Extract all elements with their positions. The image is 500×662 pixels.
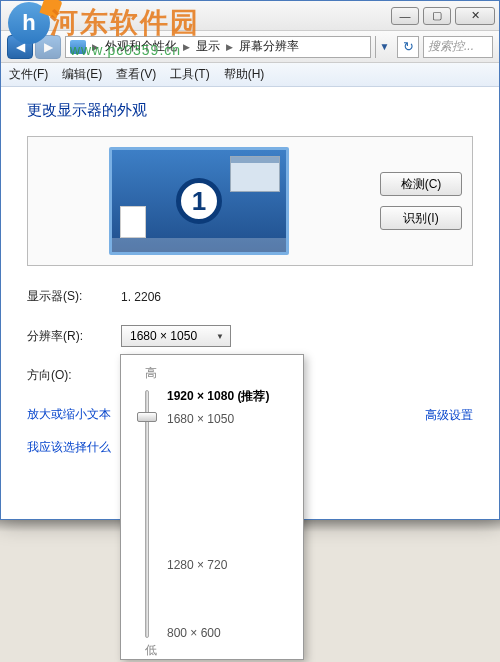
preview-paper-icon bbox=[120, 206, 146, 238]
slider-thumb[interactable] bbox=[137, 412, 157, 422]
breadcrumb-item[interactable]: 外观和个性化 bbox=[105, 38, 177, 55]
chevron-right-icon: ▶ bbox=[226, 42, 233, 52]
resolution-option-recommended[interactable]: 1920 × 1080 (推荐) bbox=[167, 388, 269, 405]
back-button[interactable]: ◀ bbox=[7, 35, 33, 59]
forward-button[interactable]: ▶ bbox=[35, 35, 61, 59]
resolution-options: 1920 × 1080 (推荐) 1680 × 1050 1280 × 720 … bbox=[167, 390, 291, 638]
monitor-preview: 1 bbox=[38, 147, 360, 255]
resolution-slider-track[interactable] bbox=[139, 390, 155, 638]
resolution-slider-popup: 高 1920 × 1080 (推荐) 1680 × 1050 1280 × 72… bbox=[120, 354, 304, 660]
resolution-option[interactable]: 800 × 600 bbox=[167, 626, 221, 640]
advanced-settings-link[interactable]: 高级设置 bbox=[425, 407, 473, 424]
minimize-button[interactable]: — bbox=[391, 7, 419, 25]
breadcrumb-item[interactable]: 显示 bbox=[196, 38, 220, 55]
resolution-option[interactable]: 1680 × 1050 bbox=[167, 412, 234, 426]
breadcrumb-dropdown[interactable]: ▼ bbox=[375, 36, 393, 58]
menu-tools[interactable]: 工具(T) bbox=[170, 66, 209, 83]
page-title: 更改显示器的外观 bbox=[27, 101, 473, 120]
menu-file[interactable]: 文件(F) bbox=[9, 66, 48, 83]
orientation-label: 方向(O): bbox=[27, 367, 121, 384]
preview-taskbar bbox=[112, 238, 286, 252]
slider-groove bbox=[145, 390, 149, 638]
search-input[interactable]: 搜索控... bbox=[423, 36, 493, 58]
monitor-action-buttons: 检测(C) 识别(I) bbox=[380, 172, 462, 230]
monitor-preview-box: 1 检测(C) 识别(I) bbox=[27, 136, 473, 266]
menu-help[interactable]: 帮助(H) bbox=[224, 66, 265, 83]
resolution-dropdown[interactable]: 1680 × 1050 bbox=[121, 325, 231, 347]
display-value: 1. 2206 bbox=[121, 290, 161, 304]
breadcrumb-item[interactable]: 屏幕分辨率 bbox=[239, 38, 299, 55]
display-row: 显示器(S): 1. 2206 bbox=[27, 288, 473, 305]
chevron-right-icon: ▶ bbox=[92, 42, 99, 52]
preview-window-icon bbox=[230, 156, 280, 192]
slider-wrap: 1920 × 1080 (推荐) 1680 × 1050 1280 × 720 … bbox=[131, 390, 291, 638]
monitor-visual[interactable]: 1 bbox=[109, 147, 289, 255]
refresh-button[interactable]: ↻ bbox=[397, 36, 419, 58]
menu-view[interactable]: 查看(V) bbox=[116, 66, 156, 83]
maximize-button[interactable]: ▢ bbox=[423, 7, 451, 25]
chevron-right-icon: ▶ bbox=[183, 42, 190, 52]
nav-arrows: ◀ ▶ bbox=[7, 35, 61, 59]
monitor-number: 1 bbox=[176, 178, 222, 224]
breadcrumb[interactable]: ▶ 外观和个性化 ▶ 显示 ▶ 屏幕分辨率 bbox=[65, 36, 371, 58]
zoom-text-link[interactable]: 放大或缩小文本 bbox=[27, 407, 111, 421]
resolution-label: 分辨率(R): bbox=[27, 328, 121, 345]
detect-button[interactable]: 检测(C) bbox=[380, 172, 462, 196]
resolution-option[interactable]: 1280 × 720 bbox=[167, 558, 227, 572]
identify-button[interactable]: 识别(I) bbox=[380, 206, 462, 230]
which-choose-link[interactable]: 我应该选择什么 bbox=[27, 440, 111, 454]
slider-high-label: 高 bbox=[145, 365, 291, 382]
resolution-row: 分辨率(R): 1680 × 1050 bbox=[27, 325, 473, 347]
slider-low-label: 低 bbox=[145, 642, 291, 659]
display-label: 显示器(S): bbox=[27, 288, 121, 305]
control-panel-icon bbox=[70, 40, 86, 54]
menu-bar: 文件(F) 编辑(E) 查看(V) 工具(T) 帮助(H) bbox=[1, 63, 499, 87]
titlebar: — ▢ ✕ bbox=[1, 1, 499, 31]
close-button[interactable]: ✕ bbox=[455, 7, 495, 25]
menu-edit[interactable]: 编辑(E) bbox=[62, 66, 102, 83]
navigation-bar: ◀ ▶ ▶ 外观和个性化 ▶ 显示 ▶ 屏幕分辨率 ▼ ↻ 搜索控... bbox=[1, 31, 499, 63]
